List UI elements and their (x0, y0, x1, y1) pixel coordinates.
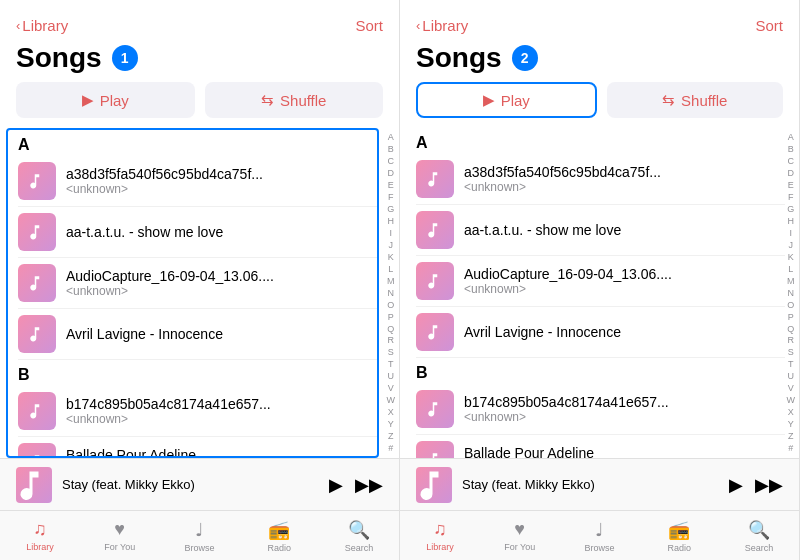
song-item[interactable]: Ballade Pour AdelineBandari (18, 437, 377, 458)
song-thumbnail (416, 211, 454, 249)
alpha-index[interactable]: ABCDEFGHIJKLMNOPQRSTUVWXYZ# (785, 128, 800, 458)
alpha-letter[interactable]: L (788, 264, 793, 275)
alpha-letter[interactable]: A (788, 132, 794, 143)
alpha-letter[interactable]: J (389, 240, 394, 251)
song-title: a38d3f5fa540f56c95bd4ca75f... (66, 166, 377, 182)
tab-for-you[interactable]: ♥ For You (480, 511, 560, 560)
alpha-letter[interactable]: M (787, 276, 795, 287)
alpha-letter[interactable]: X (388, 407, 394, 418)
alpha-letter[interactable]: T (388, 359, 394, 370)
tab-search[interactable]: 🔍 Search (319, 511, 399, 560)
alpha-letter[interactable]: O (787, 300, 794, 311)
alpha-letter[interactable]: M (387, 276, 395, 287)
alpha-letter[interactable]: E (788, 180, 794, 191)
alpha-letter[interactable]: C (388, 156, 395, 167)
title-row: Songs2 (400, 40, 799, 82)
song-item[interactable]: AudioCapture_16-09-04_13.06....<unknown> (18, 258, 377, 309)
song-item[interactable]: a38d3f5fa540f56c95bd4ca75f...<unknown> (416, 154, 785, 205)
alpha-letter[interactable]: B (388, 144, 394, 155)
tab-browse[interactable]: ♩ Browse (160, 511, 240, 560)
tab-radio[interactable]: 📻 Radio (239, 511, 319, 560)
alpha-letter[interactable]: U (388, 371, 395, 382)
alpha-letter[interactable]: X (788, 407, 794, 418)
song-thumbnail (18, 443, 56, 458)
alpha-letter[interactable]: I (389, 228, 392, 239)
alpha-letter[interactable]: F (788, 192, 794, 203)
song-list[interactable]: Aa38d3f5fa540f56c95bd4ca75f...<unknown>a… (6, 128, 379, 458)
alpha-letter[interactable]: L (388, 264, 393, 275)
alpha-letter[interactable]: E (388, 180, 394, 191)
song-item[interactable]: b174c895b05a4c8174a41e657...<unknown> (416, 384, 785, 435)
alpha-letter[interactable]: H (788, 216, 795, 227)
alpha-letter[interactable]: P (788, 312, 794, 323)
alpha-letter[interactable]: K (788, 252, 794, 263)
play-button[interactable]: ▶ Play (416, 82, 597, 118)
alpha-letter[interactable]: U (788, 371, 795, 382)
song-item[interactable]: AudioCapture_16-09-04_13.06....<unknown> (416, 256, 785, 307)
song-item[interactable]: aa-t.a.t.u. - show me love (18, 207, 377, 258)
skip-forward-button[interactable]: ▶▶ (755, 474, 783, 496)
alpha-letter[interactable]: B (788, 144, 794, 155)
alpha-letter[interactable]: P (388, 312, 394, 323)
alpha-letter[interactable]: Z (388, 431, 394, 442)
song-item[interactable]: a38d3f5fa540f56c95bd4ca75f...<unknown> (18, 156, 377, 207)
tab-library[interactable]: ♫ Library (0, 511, 80, 560)
alpha-letter[interactable]: N (788, 288, 795, 299)
song-item[interactable]: aa-t.a.t.u. - show me love (416, 205, 785, 256)
alpha-letter[interactable]: # (788, 443, 793, 454)
song-item[interactable]: Avril Lavigne - Innocence (416, 307, 785, 358)
back-button[interactable]: ‹ Library (416, 17, 468, 34)
song-item[interactable]: Avril Lavigne - Innocence (18, 309, 377, 360)
alpha-letter[interactable]: C (788, 156, 795, 167)
alpha-letter[interactable]: O (387, 300, 394, 311)
play-button[interactable]: ▶ Play (16, 82, 195, 118)
alpha-letter[interactable]: Z (788, 431, 794, 442)
alpha-letter[interactable]: D (788, 168, 795, 179)
tab-for-you[interactable]: ♥ For You (80, 511, 160, 560)
alpha-letter[interactable]: T (788, 359, 794, 370)
tab-library[interactable]: ♫ Library (400, 511, 480, 560)
alpha-letter[interactable]: Y (788, 419, 794, 430)
alpha-index[interactable]: ABCDEFGHIJKLMNOPQRSTUVWXYZ# (385, 128, 400, 458)
alpha-letter[interactable]: I (789, 228, 792, 239)
alpha-letter[interactable]: G (387, 204, 394, 215)
tab-search[interactable]: 🔍 Search (719, 511, 799, 560)
alpha-letter[interactable]: Y (388, 419, 394, 430)
sort-button[interactable]: Sort (755, 17, 783, 34)
shuffle-button[interactable]: ⇆ Shuffle (205, 82, 384, 118)
song-thumbnail (18, 264, 56, 302)
alpha-letter[interactable]: # (388, 443, 393, 454)
alpha-letter[interactable]: K (388, 252, 394, 263)
alpha-letter[interactable]: V (788, 383, 794, 394)
alpha-letter[interactable]: A (388, 132, 394, 143)
song-thumbnail (416, 441, 454, 458)
back-button[interactable]: ‹ Library (16, 17, 68, 34)
alpha-letter[interactable]: S (788, 347, 794, 358)
sort-button[interactable]: Sort (355, 17, 383, 34)
alpha-letter[interactable]: D (388, 168, 395, 179)
alpha-letter[interactable]: G (787, 204, 794, 215)
alpha-letter[interactable]: Q (387, 324, 394, 335)
shuffle-button[interactable]: ⇆ Shuffle (607, 82, 784, 118)
alpha-letter[interactable]: F (388, 192, 394, 203)
alpha-letter[interactable]: V (388, 383, 394, 394)
alpha-letter[interactable]: N (388, 288, 395, 299)
song-item[interactable]: Ballade Pour AdelineBandari (416, 435, 785, 458)
tab-radio[interactable]: 📻 Radio (639, 511, 719, 560)
alpha-letter[interactable]: R (788, 335, 795, 346)
play-pause-button[interactable]: ▶ (329, 474, 343, 496)
alpha-letter[interactable]: Q (787, 324, 794, 335)
back-chevron-icon: ‹ (416, 18, 420, 33)
alpha-letter[interactable]: H (388, 216, 395, 227)
alpha-letter[interactable]: W (787, 395, 796, 406)
skip-forward-button[interactable]: ▶▶ (355, 474, 383, 496)
alpha-letter[interactable]: W (387, 395, 396, 406)
song-item[interactable]: b174c895b05a4c8174a41e657...<unknown> (18, 386, 377, 437)
play-pause-button[interactable]: ▶ (729, 474, 743, 496)
song-thumbnail (416, 160, 454, 198)
alpha-letter[interactable]: J (789, 240, 794, 251)
tab-browse[interactable]: ♩ Browse (560, 511, 640, 560)
song-list[interactable]: Aa38d3f5fa540f56c95bd4ca75f...<unknown>a… (400, 128, 785, 458)
alpha-letter[interactable]: R (388, 335, 395, 346)
alpha-letter[interactable]: S (388, 347, 394, 358)
